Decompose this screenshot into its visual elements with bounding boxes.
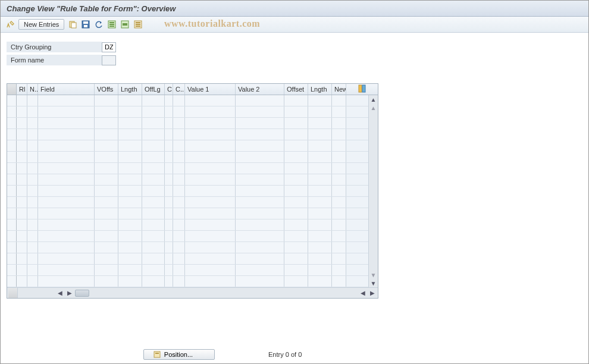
cell[interactable] xyxy=(332,106,346,117)
cell[interactable] xyxy=(142,186,165,196)
cell[interactable] xyxy=(173,152,185,162)
cell[interactable] xyxy=(165,231,173,241)
cell[interactable] xyxy=(95,276,118,287)
cell[interactable] xyxy=(142,276,165,287)
cell[interactable] xyxy=(236,95,284,106)
cell[interactable] xyxy=(185,118,236,128)
cell[interactable] xyxy=(27,231,38,241)
col-c2[interactable]: C.. xyxy=(173,84,185,95)
cell[interactable] xyxy=(332,231,346,241)
cell[interactable] xyxy=(308,118,332,128)
cell[interactable] xyxy=(332,208,346,219)
cell[interactable] xyxy=(236,129,284,140)
cell[interactable] xyxy=(284,208,308,219)
cell[interactable] xyxy=(118,265,142,275)
scroll-left2-icon[interactable]: ◀ xyxy=(359,289,367,297)
cell[interactable] xyxy=(173,208,185,219)
col-c1[interactable]: C xyxy=(165,84,173,95)
cell[interactable] xyxy=(308,129,332,140)
cell[interactable] xyxy=(332,152,346,162)
col-new[interactable]: New xyxy=(332,84,346,95)
cell[interactable] xyxy=(118,95,142,106)
cell[interactable] xyxy=(236,208,284,219)
cell[interactable] xyxy=(173,140,185,151)
cell[interactable] xyxy=(185,242,236,253)
cell[interactable] xyxy=(142,265,165,275)
cell[interactable] xyxy=(38,219,95,230)
cell[interactable] xyxy=(173,118,185,128)
cell[interactable] xyxy=(284,197,308,208)
cell[interactable] xyxy=(165,129,173,140)
row-selector[interactable] xyxy=(7,197,17,208)
cell[interactable] xyxy=(17,129,27,140)
cell[interactable] xyxy=(165,265,173,275)
cell[interactable] xyxy=(118,163,142,174)
cell[interactable] xyxy=(17,95,27,106)
row-selector[interactable] xyxy=(7,174,17,185)
deselect-all-icon[interactable] xyxy=(133,20,143,29)
col-rl[interactable]: Rl xyxy=(17,84,27,95)
cell[interactable] xyxy=(308,231,332,241)
cell[interactable] xyxy=(308,208,332,219)
cell[interactable] xyxy=(27,140,38,151)
form-name-input[interactable] xyxy=(102,55,116,65)
cell[interactable] xyxy=(173,276,185,287)
row-selector[interactable] xyxy=(7,118,17,128)
cell[interactable] xyxy=(142,140,165,151)
cell[interactable] xyxy=(332,186,346,196)
cell[interactable] xyxy=(95,152,118,162)
cell[interactable] xyxy=(95,208,118,219)
cell[interactable] xyxy=(38,152,95,162)
cell[interactable] xyxy=(236,253,284,264)
scroll-up2-icon[interactable]: ▲ xyxy=(369,103,378,112)
cell[interactable] xyxy=(308,174,332,185)
cell[interactable] xyxy=(236,186,284,196)
cell[interactable] xyxy=(308,242,332,253)
row-selector[interactable] xyxy=(7,253,17,264)
cell[interactable] xyxy=(142,118,165,128)
save-icon[interactable] xyxy=(81,20,90,29)
cell[interactable] xyxy=(236,174,284,185)
cell[interactable] xyxy=(332,95,346,106)
col-voffs[interactable]: VOffs xyxy=(95,84,118,95)
cell[interactable] xyxy=(165,106,173,117)
cell[interactable] xyxy=(165,242,173,253)
cell[interactable] xyxy=(236,118,284,128)
row-selector[interactable] xyxy=(7,276,17,287)
cell[interactable] xyxy=(27,174,38,185)
cell[interactable] xyxy=(308,152,332,162)
cell[interactable] xyxy=(308,106,332,117)
cell[interactable] xyxy=(27,152,38,162)
cell[interactable] xyxy=(173,106,185,117)
cell[interactable] xyxy=(185,253,236,264)
cell[interactable] xyxy=(27,106,38,117)
cell[interactable] xyxy=(284,219,308,230)
row-selector[interactable] xyxy=(7,265,17,275)
cell[interactable] xyxy=(308,163,332,174)
cell[interactable] xyxy=(38,208,95,219)
cell[interactable] xyxy=(27,208,38,219)
row-selector[interactable] xyxy=(7,186,17,196)
row-selector[interactable] xyxy=(7,163,17,174)
cell[interactable] xyxy=(17,276,27,287)
row-selector-header[interactable] xyxy=(7,84,17,95)
cell[interactable] xyxy=(332,197,346,208)
cell[interactable] xyxy=(284,276,308,287)
cell[interactable] xyxy=(165,163,173,174)
cell[interactable] xyxy=(27,186,38,196)
row-selector[interactable] xyxy=(7,95,17,106)
row-selector[interactable] xyxy=(7,208,17,219)
col-value1[interactable]: Value 1 xyxy=(185,84,236,95)
cell[interactable] xyxy=(236,163,284,174)
cell[interactable] xyxy=(17,253,27,264)
cell[interactable] xyxy=(95,106,118,117)
vertical-scrollbar[interactable]: ▲ ▲ ▼ ▼ xyxy=(368,95,378,287)
cell[interactable] xyxy=(17,140,27,151)
cell[interactable] xyxy=(118,219,142,230)
cell[interactable] xyxy=(284,106,308,117)
cell[interactable] xyxy=(38,140,95,151)
scroll-right-icon[interactable]: ▶ xyxy=(65,289,74,297)
cell[interactable] xyxy=(17,186,27,196)
cell[interactable] xyxy=(284,152,308,162)
cell[interactable] xyxy=(165,197,173,208)
